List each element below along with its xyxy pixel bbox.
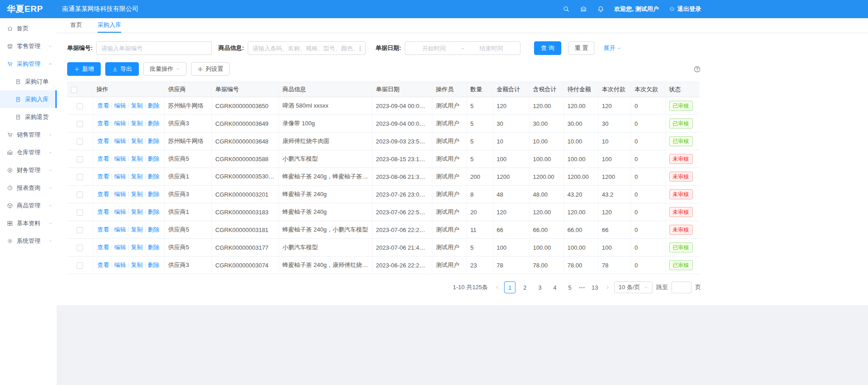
sidebar-item-report[interactable]: 报表查询 <box>0 179 57 197</box>
edit-link[interactable]: 编辑 <box>114 191 126 197</box>
delete-link[interactable]: 删除 <box>148 262 160 268</box>
sidebar-item-home[interactable]: 首页 <box>0 20 57 37</box>
sidebar-item-finance[interactable]: 财务管理 <box>0 161 57 179</box>
date-range-picker[interactable]: ~ <box>405 41 520 55</box>
delete-link[interactable]: 删除 <box>148 155 160 162</box>
edit-link[interactable]: 编辑 <box>114 262 126 268</box>
delete-link[interactable]: 删除 <box>148 120 160 127</box>
page-button-13[interactable]: 13 <box>589 281 601 293</box>
delete-link[interactable]: 删除 <box>148 191 160 197</box>
sidebar-item-goods[interactable]: 商品管理 <box>0 197 57 214</box>
row-checkbox[interactable] <box>77 209 83 216</box>
table-row: 查看编辑复制删除供应商3CGRK00000003201蜂蜜柚子茶 240g202… <box>67 186 700 203</box>
view-link[interactable]: 查看 <box>98 120 109 127</box>
row-checkbox[interactable] <box>77 192 83 198</box>
sidebar-item-purchase-return[interactable]: 采购退货 <box>0 108 57 126</box>
expand-link[interactable]: 展开 <box>603 44 622 52</box>
copy-link[interactable]: 复制 <box>131 138 143 144</box>
sidebar-item-basic[interactable]: 基本资料 <box>0 214 57 232</box>
view-link[interactable]: 查看 <box>98 155 109 162</box>
view-link[interactable]: 查看 <box>98 138 109 144</box>
edit-link[interactable]: 编辑 <box>114 120 126 127</box>
edit-link[interactable]: 编辑 <box>114 138 126 144</box>
copy-link[interactable]: 复制 <box>131 262 143 268</box>
view-link[interactable]: 查看 <box>98 173 109 180</box>
delete-link[interactable]: 删除 <box>148 244 160 251</box>
edit-link[interactable]: 编辑 <box>114 226 126 233</box>
bell-icon[interactable] <box>597 5 604 13</box>
row-checkbox[interactable] <box>77 262 83 269</box>
select-all-checkbox[interactable] <box>71 87 77 93</box>
goods-cell: 蜂蜜柚子茶 240g <box>279 203 372 221</box>
copy-link[interactable]: 复制 <box>131 120 143 127</box>
sidebar-item-warehouse[interactable]: 仓库管理 <box>0 143 57 161</box>
page-button-2[interactable]: 2 <box>519 281 530 293</box>
tax-total-cell: 120.00 <box>529 203 564 221</box>
view-link[interactable]: 查看 <box>98 226 109 233</box>
delete-link[interactable]: 删除 <box>148 102 160 109</box>
tab-home[interactable]: 首页 <box>70 18 82 33</box>
edit-link[interactable]: 编辑 <box>114 155 126 162</box>
delete-link[interactable]: 删除 <box>148 138 160 144</box>
copy-link[interactable]: 复制 <box>131 173 143 180</box>
page-button-1[interactable]: 1 <box>504 281 515 293</box>
page-ellipsis[interactable]: ••• <box>579 285 585 290</box>
copy-link[interactable]: 复制 <box>131 208 143 215</box>
view-link[interactable]: 查看 <box>98 262 109 268</box>
date-start-input[interactable] <box>409 45 459 52</box>
sidebar-item-purchase[interactable]: 采购管理 <box>0 55 57 73</box>
bank-icon[interactable] <box>580 5 587 13</box>
row-checkbox[interactable] <box>77 103 83 109</box>
sidebar-item-sales[interactable]: 销售管理 <box>0 126 57 143</box>
tab-purchase-in[interactable]: 采购入库 <box>98 18 121 33</box>
view-link[interactable]: 查看 <box>98 208 109 215</box>
edit-link[interactable]: 编辑 <box>114 244 126 251</box>
edit-link[interactable]: 编辑 <box>114 173 126 180</box>
delete-link[interactable]: 删除 <box>148 208 160 215</box>
copy-link[interactable]: 复制 <box>131 191 143 197</box>
help-icon[interactable] <box>693 65 701 73</box>
amount-total-cell: 120 <box>493 203 529 221</box>
edit-link[interactable]: 编辑 <box>114 208 126 215</box>
page-button-4[interactable]: 4 <box>549 281 560 293</box>
sidebar-item-purchase-in[interactable]: 采购入库 <box>0 90 57 108</box>
page-button-5[interactable]: 5 <box>564 281 575 293</box>
delete-link[interactable]: 删除 <box>148 173 160 180</box>
reset-button[interactable]: 重 置 <box>569 41 595 55</box>
row-checkbox[interactable] <box>77 245 83 251</box>
gear-icon <box>197 66 203 72</box>
export-button[interactable]: 导出 <box>105 62 139 76</box>
bill-no-input[interactable] <box>96 41 212 55</box>
prev-page-button[interactable] <box>494 281 500 293</box>
jump-page-input[interactable] <box>672 281 691 293</box>
delete-link[interactable]: 删除 <box>148 226 160 233</box>
next-page-button[interactable] <box>604 281 611 293</box>
row-checkbox[interactable] <box>77 156 83 163</box>
row-checkbox[interactable] <box>77 227 83 233</box>
batch-actions-button[interactable]: 批量操作 <box>143 62 186 76</box>
goods-cell: 小鹏汽车模型 <box>279 150 372 168</box>
row-checkbox[interactable] <box>77 138 83 145</box>
page-size-select[interactable]: 10 条/页 <box>614 281 652 293</box>
copy-link[interactable]: 复制 <box>131 244 143 251</box>
copy-link[interactable]: 复制 <box>131 102 143 109</box>
search-icon[interactable] <box>563 5 570 13</box>
row-checkbox[interactable] <box>77 174 83 180</box>
view-link[interactable]: 查看 <box>98 244 109 251</box>
row-checkbox[interactable] <box>77 121 83 127</box>
copy-link[interactable]: 复制 <box>131 155 143 162</box>
sidebar-item-retail[interactable]: 零售管理 <box>0 37 57 55</box>
logout-button[interactable]: 退出登录 <box>669 5 701 13</box>
edit-link[interactable]: 编辑 <box>114 102 126 109</box>
add-button[interactable]: 新增 <box>67 62 101 76</box>
date-end-input[interactable] <box>466 45 516 52</box>
sidebar-item-purchase-order[interactable]: 采购订单 <box>0 73 57 90</box>
goods-info-input[interactable] <box>248 41 366 55</box>
copy-link[interactable]: 复制 <box>131 226 143 233</box>
view-link[interactable]: 查看 <box>98 191 109 197</box>
view-link[interactable]: 查看 <box>98 102 109 109</box>
search-button[interactable]: 查 询 <box>534 41 561 55</box>
page-button-3[interactable]: 3 <box>534 281 545 293</box>
sidebar-item-system[interactable]: 系统管理 <box>0 232 57 250</box>
column-settings-button[interactable]: 列设置 <box>191 62 230 76</box>
